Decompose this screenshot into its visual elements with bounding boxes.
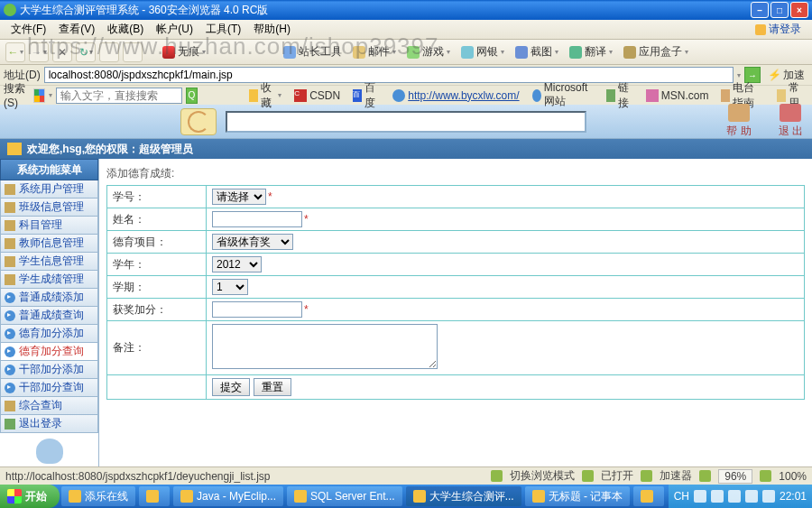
bookmark-favorites[interactable]: 收藏▾ [245,80,286,111]
search-label: 搜索(S) [4,81,30,109]
menu-view[interactable]: 查看(V) [53,20,100,39]
select-project[interactable]: 省级体育奖 [212,234,293,250]
sidebar-item-3[interactable]: 教师信息管理 [0,235,98,253]
search-go-button[interactable]: Q [186,88,198,104]
radio-icon [721,89,730,102]
address-dropdown-icon[interactable]: ▾ [737,71,741,79]
search-engine-icon[interactable] [33,88,44,103]
tray-icon[interactable] [711,490,724,503]
app-icon [413,490,426,503]
task-item-2[interactable]: Java - MyEclip... [173,486,283,506]
label-term: 学期： [107,276,207,299]
game-button[interactable]: 游戏▾ [403,42,454,61]
sidebar-item-2[interactable]: 科目管理 [0,217,98,235]
nav-back-button[interactable]: ▾ [5,42,25,62]
app-icon [641,490,653,503]
task-item-1[interactable] [139,486,170,506]
zoom-level[interactable]: 96% [718,469,752,484]
sidebar-item-6[interactable]: 普通成绩添加 [0,289,98,307]
status-download[interactable]: 已打开 [601,468,633,484]
game-icon [407,46,420,59]
sidebar-item-13[interactable]: 退出登录 [0,415,98,433]
arrow-icon [5,346,15,357]
task-item-3[interactable]: SQL Server Ent... [287,486,402,506]
task-item-0[interactable]: 添乐在线 [61,486,135,506]
key-icon [5,202,15,213]
login-link[interactable]: 请登录 [750,20,807,39]
key-icon [5,238,15,249]
netbank-button[interactable]: 网银▾ [457,42,508,61]
lang-indicator[interactable]: CH [674,490,689,503]
ie-icon [392,89,405,102]
tray-icon[interactable] [762,490,775,503]
tray-icon[interactable] [694,490,706,503]
menu-tools[interactable]: 工具(T) [200,20,246,39]
select-year[interactable]: 2012 [212,256,262,272]
maximize-button[interactable]: □ [770,2,789,18]
nav-stop-button[interactable]: ✕ [52,42,72,62]
noimage-button[interactable]: 无痕▾ [159,42,209,61]
exit-button[interactable]: 退 出 [779,104,803,139]
appbox-button[interactable]: 应用盒子▾ [620,42,692,61]
window-titlebar: 大学生综合测评管理系统 - 360安全浏览器 4.0 RC版 – □ × [0,0,812,20]
sidebar-item-10[interactable]: 干部加分添加 [0,361,98,379]
sidebar-item-7[interactable]: 普通成绩查询 [0,307,98,325]
bookmark-links[interactable]: 链接 [602,80,638,111]
bookmark-msn[interactable]: MSN.com [641,89,714,102]
tray-icon[interactable] [728,490,741,503]
user-icon [7,143,22,155]
sound-level[interactable]: 100% [779,470,807,483]
input-name[interactable] [212,211,302,227]
sidebar-item-8[interactable]: 德育加分添加 [0,325,98,343]
bookmark-baidu[interactable]: 百百度 [348,80,384,111]
tray-icon[interactable] [745,490,758,503]
sidebar-item-0[interactable]: 系统用户管理 [0,180,98,199]
sidebar-item-11[interactable]: 干部加分查询 [0,379,98,397]
select-term[interactable]: 1 [212,279,248,295]
select-student-no[interactable]: 请选择 [212,189,266,205]
menu-favorites[interactable]: 收藏(B) [102,20,149,39]
task-item-4[interactable]: 大学生综合测评... [406,486,521,506]
help-button[interactable]: 帮 助 [726,104,751,139]
app-search-box[interactable] [226,111,586,133]
status-mode[interactable]: 切换浏览模式 [510,468,575,484]
clock[interactable]: 22:01 [780,490,807,503]
menu-account[interactable]: 帐户(U) [151,20,198,39]
reset-button[interactable]: 重置 [254,378,291,396]
msn-icon [646,89,659,102]
site-tools-button[interactable]: 站长工具 [280,42,346,61]
app-icon [532,490,545,503]
close-button[interactable]: × [790,2,808,18]
textarea-note[interactable] [212,324,438,369]
status-speed[interactable]: 加速器 [660,468,692,484]
folder-icon [777,89,786,102]
nav-forward-button[interactable]: ▾ [29,42,49,62]
nav-home-button[interactable] [99,42,119,62]
input-bonus[interactable] [212,301,302,318]
sidebar-item-1[interactable]: 班级信息管理 [0,199,98,217]
screenshot-button[interactable]: 截图▾ [512,42,562,61]
submit-button[interactable]: 提交 [212,378,250,396]
task-item-5[interactable]: 无标题 - 记事本 [525,486,631,506]
nav-fav-button[interactable] [123,42,143,62]
bookmark-csdn[interactable]: CCSDN [290,89,345,102]
task-item-6[interactable] [633,486,664,506]
translate-button[interactable]: 翻译▾ [566,42,616,61]
mouse-icon [36,439,63,464]
sidebar-item-4[interactable]: 学生信息管理 [0,253,98,271]
minimize-button[interactable]: – [751,2,769,18]
sidebar-item-9[interactable]: 德育加分查询 [0,343,98,361]
search-input[interactable] [56,88,182,104]
menu-help[interactable]: 帮助(H) [248,20,296,39]
start-button[interactable]: 开始 [0,485,60,508]
sidebar-item-label: 班级信息管理 [19,199,84,215]
sidebar-item-12[interactable]: 综合查询 [0,397,98,415]
arrow-icon [5,328,15,339]
key-icon [5,256,15,267]
bookmark-bycxlw[interactable]: http://www.bycxlw.com/ [388,89,523,102]
mail-button[interactable]: 邮件▾ [349,42,400,61]
sidebar-item-5[interactable]: 学生成绩管理 [0,271,98,289]
menu-file[interactable]: 文件(F) [5,20,51,39]
bookmark-microsoft[interactable]: Microsoft 网站 [528,81,598,109]
nav-reload-button[interactable]: ▾ [76,42,96,62]
